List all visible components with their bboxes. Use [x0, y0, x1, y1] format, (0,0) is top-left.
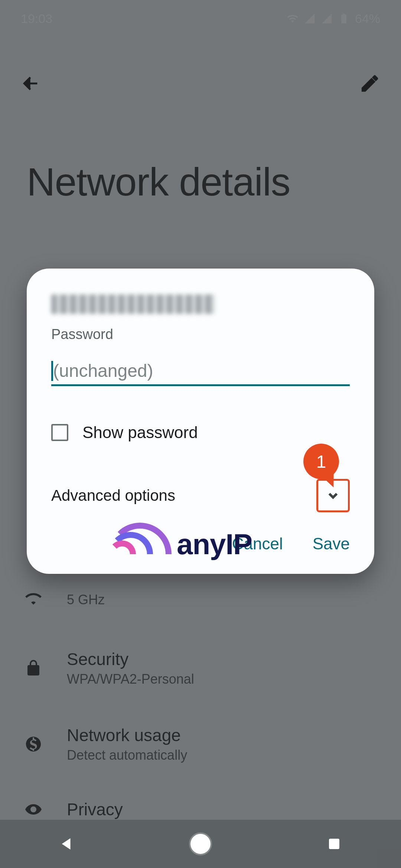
callout-badge: 1: [303, 444, 339, 479]
nav-recents-button[interactable]: [324, 834, 345, 854]
anyip-logo: anyIP: [108, 523, 252, 561]
advanced-options-label: Advanced options: [51, 487, 175, 504]
circle-home-icon: [190, 834, 211, 854]
ssid-name-redacted: [51, 295, 215, 314]
show-password-checkbox[interactable]: [51, 424, 68, 441]
show-password-label: Show password: [82, 423, 198, 442]
password-input[interactable]: (unchanged): [51, 357, 350, 386]
navigation-bar: [0, 820, 401, 868]
edit-network-dialog: Password (unchanged) Show password Advan…: [27, 269, 374, 574]
password-label: Password: [51, 326, 350, 342]
advanced-options-toggle[interactable]: 1: [316, 479, 350, 512]
chevron-down-icon: [326, 488, 340, 503]
anyip-wordmark: anyIP: [177, 527, 252, 561]
nav-home-button[interactable]: [190, 834, 211, 854]
svg-rect-0: [329, 839, 339, 849]
triangle-back-icon: [58, 835, 75, 852]
password-placeholder: (unchanged): [53, 361, 153, 381]
nav-back-button[interactable]: [56, 834, 77, 854]
anyip-arcs-icon: [108, 523, 175, 554]
settings-page: 19:03 64% Network details 5 GHz Security…: [0, 0, 401, 868]
show-password-row[interactable]: Show password: [51, 423, 350, 442]
square-recents-icon: [326, 836, 342, 852]
save-button[interactable]: Save: [313, 535, 350, 553]
